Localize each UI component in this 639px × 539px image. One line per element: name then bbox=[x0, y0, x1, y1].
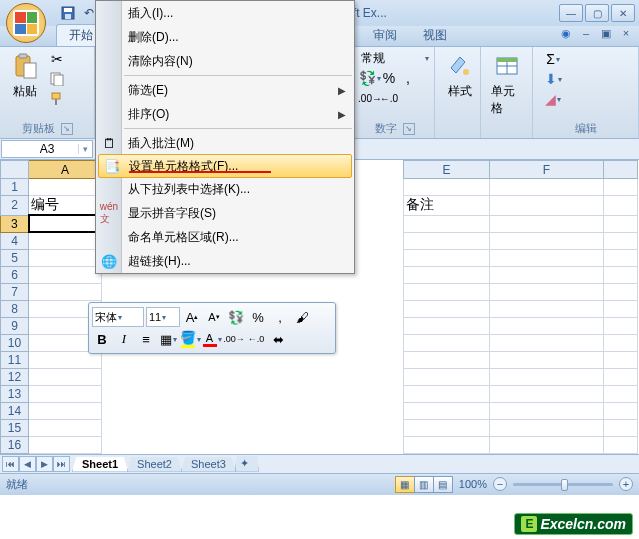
sheet-tab-3[interactable]: Sheet3 bbox=[181, 457, 236, 472]
sheet-tab-1[interactable]: Sheet1 bbox=[72, 457, 128, 472]
cell[interactable] bbox=[29, 179, 102, 196]
copy-icon[interactable] bbox=[48, 70, 66, 88]
mini-increase-decimal-icon[interactable]: .00→ bbox=[224, 329, 244, 349]
view-break-icon[interactable]: ▤ bbox=[433, 476, 453, 493]
view-normal-icon[interactable]: ▦ bbox=[395, 476, 415, 493]
ctx-define-name[interactable]: 命名单元格区域(R)... bbox=[96, 225, 354, 249]
view-layout-icon[interactable]: ▥ bbox=[414, 476, 434, 493]
col-header-E[interactable]: E bbox=[404, 161, 490, 179]
maximize-button[interactable]: ▢ bbox=[585, 4, 609, 22]
clipboard-launcher[interactable]: ↘ bbox=[61, 123, 73, 135]
format-painter-icon[interactable] bbox=[48, 90, 66, 108]
ctx-clear[interactable]: 清除内容(N) bbox=[96, 49, 354, 73]
mini-currency-icon[interactable]: 💱 bbox=[226, 307, 246, 327]
col-header-A[interactable]: A bbox=[29, 161, 102, 179]
borders-icon[interactable]: ▦▾ bbox=[158, 329, 178, 349]
sheet-tab-new[interactable]: ✦ bbox=[235, 456, 259, 472]
autosum-icon[interactable]: Σ▾ bbox=[539, 50, 567, 68]
number-format-combo[interactable]: 常规▾ bbox=[361, 50, 429, 67]
cut-icon[interactable]: ✂ bbox=[48, 50, 66, 68]
cell-A3-active[interactable] bbox=[29, 215, 102, 232]
zoom-slider[interactable] bbox=[513, 483, 613, 486]
row-header[interactable]: 9 bbox=[1, 317, 29, 334]
sheet-tab-2[interactable]: Sheet2 bbox=[127, 457, 182, 472]
zoom-in-button[interactable]: + bbox=[619, 477, 633, 491]
row-header[interactable]: 6 bbox=[1, 266, 29, 283]
row-header[interactable]: 13 bbox=[1, 385, 29, 402]
shrink-font-icon[interactable]: A▾ bbox=[204, 307, 224, 327]
doc-minimize-button[interactable]: – bbox=[577, 26, 595, 40]
row-header[interactable]: 14 bbox=[1, 402, 29, 419]
zoom-percent[interactable]: 100% bbox=[459, 478, 487, 490]
tab-review[interactable]: 审阅 bbox=[360, 24, 410, 46]
ctx-sort[interactable]: 排序(O)▶ bbox=[96, 102, 354, 126]
ctx-filter[interactable]: 筛选(E)▶ bbox=[96, 78, 354, 102]
row-header[interactable]: 1 bbox=[1, 179, 29, 196]
increase-decimal-icon[interactable]: .00→ bbox=[361, 89, 379, 107]
styles-button[interactable]: 样式 bbox=[441, 50, 479, 102]
row-header[interactable]: 16 bbox=[1, 436, 29, 453]
col-header-next[interactable] bbox=[604, 161, 638, 179]
name-box[interactable]: A3 ▾ bbox=[1, 140, 93, 158]
paste-button[interactable]: 粘贴 bbox=[6, 50, 44, 102]
italic-button[interactable]: I bbox=[114, 329, 134, 349]
comma-icon[interactable]: , bbox=[399, 69, 417, 87]
cell[interactable] bbox=[404, 215, 490, 232]
mini-decrease-decimal-icon[interactable]: ←.0 bbox=[246, 329, 266, 349]
select-all-corner[interactable] bbox=[1, 161, 29, 179]
ctx-phonetic[interactable]: wén文显示拼音字段(S) bbox=[96, 201, 354, 225]
minimize-button[interactable]: — bbox=[559, 4, 583, 22]
number-launcher[interactable]: ↘ bbox=[403, 123, 415, 135]
ctx-comment[interactable]: 🗒插入批注(M) bbox=[96, 131, 354, 155]
row-header[interactable]: 8 bbox=[1, 300, 29, 317]
row-header[interactable]: 15 bbox=[1, 419, 29, 436]
save-icon[interactable] bbox=[58, 3, 78, 23]
decrease-decimal-icon[interactable]: ←.0 bbox=[380, 89, 398, 107]
font-color-icon[interactable]: A▾ bbox=[202, 329, 222, 349]
bold-button[interactable]: B bbox=[92, 329, 112, 349]
ctx-hyperlink[interactable]: 🌐超链接(H)... bbox=[96, 249, 354, 273]
grow-font-icon[interactable]: A▴ bbox=[182, 307, 202, 327]
cell-E2[interactable]: 备注 bbox=[404, 196, 490, 216]
cell[interactable] bbox=[490, 179, 604, 196]
close-button[interactable]: ✕ bbox=[611, 4, 635, 22]
currency-icon[interactable]: 💱▾ bbox=[361, 69, 379, 87]
fill-color-icon[interactable]: 🪣▾ bbox=[180, 329, 200, 349]
tab-prev-icon[interactable]: ◀ bbox=[19, 456, 36, 472]
align-center-icon[interactable]: ≡ bbox=[136, 329, 156, 349]
merge-center-icon[interactable]: ⬌ bbox=[268, 329, 288, 349]
row-header[interactable]: 5 bbox=[1, 249, 29, 266]
cell[interactable] bbox=[404, 179, 490, 196]
cell[interactable] bbox=[490, 215, 604, 232]
tab-first-icon[interactable]: ⏮ bbox=[2, 456, 19, 472]
ctx-pick-list[interactable]: 从下拉列表中选择(K)... bbox=[96, 177, 354, 201]
tab-last-icon[interactable]: ⏭ bbox=[53, 456, 70, 472]
row-header[interactable]: 2 bbox=[1, 196, 29, 216]
zoom-thumb[interactable] bbox=[561, 479, 568, 491]
row-header[interactable]: 11 bbox=[1, 351, 29, 368]
office-button[interactable] bbox=[6, 3, 46, 43]
zoom-out-button[interactable]: − bbox=[493, 477, 507, 491]
row-header[interactable]: 7 bbox=[1, 283, 29, 300]
row-header[interactable]: 12 bbox=[1, 368, 29, 385]
ctx-delete[interactable]: 删除(D)... bbox=[96, 25, 354, 49]
row-header[interactable]: 10 bbox=[1, 334, 29, 351]
ctx-insert[interactable]: 插入(I)... bbox=[96, 1, 354, 25]
cell[interactable] bbox=[490, 196, 604, 216]
col-header-F[interactable]: F bbox=[490, 161, 604, 179]
mini-size-combo[interactable]: 11▾ bbox=[146, 307, 180, 327]
mini-format-painter-icon[interactable]: 🖌 bbox=[292, 307, 312, 327]
clear-icon[interactable]: ◢▾ bbox=[539, 90, 567, 108]
doc-restore-button[interactable]: ▣ bbox=[597, 26, 615, 40]
namebox-drop-icon[interactable]: ▾ bbox=[78, 144, 92, 154]
mini-percent-icon[interactable]: % bbox=[248, 307, 268, 327]
help-icon[interactable]: ◉ bbox=[557, 26, 575, 40]
cell-A2[interactable]: 编号 bbox=[29, 196, 102, 216]
tab-view[interactable]: 视图 bbox=[410, 24, 460, 46]
doc-close-button[interactable]: × bbox=[617, 26, 635, 40]
cells-button[interactable]: 单元格 bbox=[487, 50, 526, 119]
percent-icon[interactable]: % bbox=[380, 69, 398, 87]
fill-icon[interactable]: ⬇▾ bbox=[539, 70, 567, 88]
row-header[interactable]: 3 bbox=[1, 215, 29, 232]
ctx-format-cells[interactable]: 📑设置单元格格式(F)... bbox=[98, 154, 352, 178]
